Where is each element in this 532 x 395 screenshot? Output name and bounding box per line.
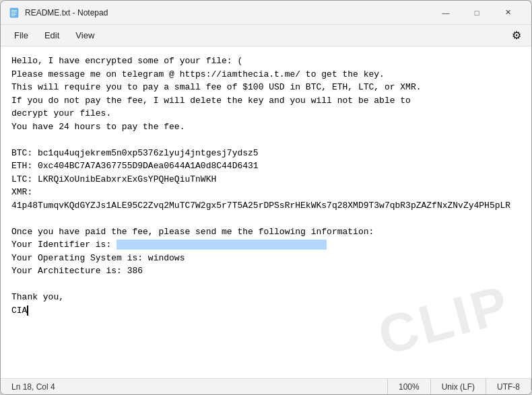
encoding: UTF-8 xyxy=(486,379,531,394)
window-controls: — □ ✕ xyxy=(430,1,523,25)
content-area: Hello, I have encrypted some of your fil… xyxy=(1,46,531,378)
svg-rect-2 xyxy=(11,11,17,12)
svg-rect-3 xyxy=(11,13,15,13)
menu-view[interactable]: View xyxy=(67,28,102,43)
menu-items: File Edit View xyxy=(6,28,102,43)
svg-rect-1 xyxy=(11,10,17,11)
text-editor[interactable]: Hello, I have encrypted some of your fil… xyxy=(1,46,531,378)
close-button[interactable]: ✕ xyxy=(492,1,523,25)
maximize-button[interactable]: □ xyxy=(461,1,492,25)
minimize-button[interactable]: — xyxy=(430,1,461,25)
svg-rect-4 xyxy=(11,14,16,15)
identifier-highlight xyxy=(117,240,327,250)
menu-file[interactable]: File xyxy=(6,28,36,43)
cursor-position: Ln 18, Col 4 xyxy=(1,379,388,394)
svg-rect-5 xyxy=(11,15,15,16)
menu-edit[interactable]: Edit xyxy=(36,28,67,43)
menu-bar: File Edit View ⚙ xyxy=(1,25,531,46)
title-bar: README.txt - Notepad — □ ✕ xyxy=(1,1,531,25)
status-bar: Ln 18, Col 4 100% Unix (LF) UTF-8 xyxy=(1,378,531,394)
notepad-window: README.txt - Notepad — □ ✕ File Edit Vie… xyxy=(0,0,532,395)
text-cursor xyxy=(27,306,28,316)
app-icon xyxy=(9,7,20,18)
zoom-level: 100% xyxy=(388,379,431,394)
window-title: README.txt - Notepad xyxy=(25,8,430,17)
settings-gear-icon[interactable]: ⚙ xyxy=(507,26,526,45)
line-ending: Unix (LF) xyxy=(431,379,486,394)
